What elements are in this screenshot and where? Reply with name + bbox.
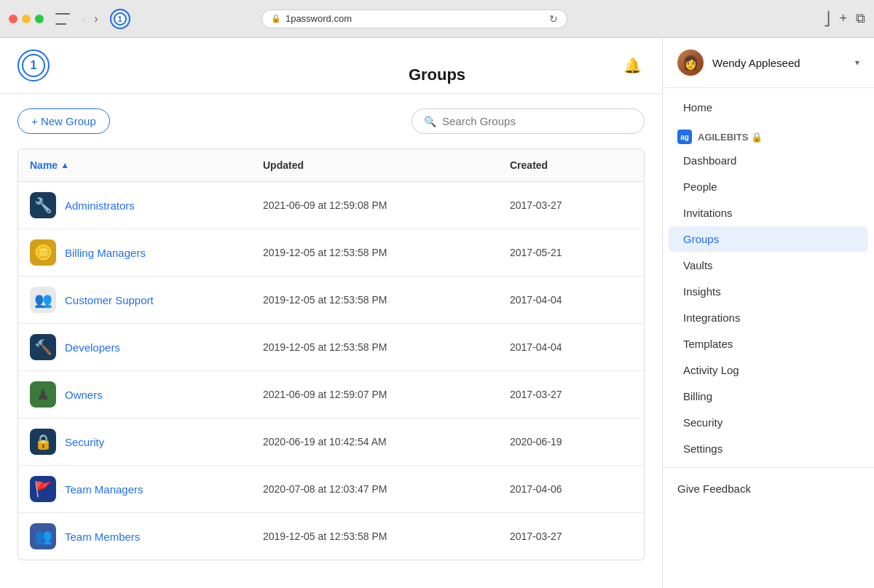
updated-cell: 2019-12-05 at 12:53:58 PM bbox=[251, 324, 498, 370]
created-cell: 2017-04-06 bbox=[498, 466, 644, 512]
forward-button[interactable]: › bbox=[91, 11, 101, 27]
group-icon: 🚩 bbox=[30, 476, 56, 502]
search-container: 🔍 bbox=[412, 108, 645, 134]
table-row[interactable]: 👥 Team Members 2019-12-05 at 12:53:58 PM… bbox=[17, 513, 645, 560]
name-cell: 🔒 Security bbox=[18, 418, 251, 465]
nav-arrows: ‹ › bbox=[79, 11, 101, 27]
updated-cell: 2019-12-05 at 12:53:58 PM bbox=[251, 513, 498, 560]
org-name: AGILEBITS 🔒 bbox=[698, 132, 763, 143]
table-row[interactable]: 🪙 Billing Managers 2019-12-05 at 12:53:5… bbox=[17, 229, 645, 277]
updated-cell: 2019-12-05 at 12:53:58 PM bbox=[251, 229, 498, 276]
sidebar-item-settings[interactable]: Settings bbox=[669, 436, 868, 461]
created-cell: 2017-04-04 bbox=[498, 324, 644, 370]
new-tab-icon[interactable]: + bbox=[839, 11, 847, 26]
content-header: 1 Groups 🔔 bbox=[0, 38, 662, 94]
new-group-button[interactable]: + New Group bbox=[17, 108, 110, 134]
group-name-link[interactable]: Administrators bbox=[65, 199, 135, 212]
maximize-button[interactable] bbox=[35, 15, 44, 23]
page-title: Groups bbox=[409, 65, 465, 84]
give-feedback-link[interactable]: Give Feedback bbox=[663, 474, 874, 504]
name-cell: 🔧 Administrators bbox=[18, 182, 251, 229]
sidebar-item-billing[interactable]: Billing bbox=[669, 384, 868, 409]
nav-items-container: HomeagAGILEBITS 🔒DashboardPeopleInvitati… bbox=[663, 95, 874, 461]
sidebar-item-people[interactable]: People bbox=[669, 174, 868, 199]
sidebar-item-invitations[interactable]: Invitations bbox=[669, 200, 868, 226]
updated-cell: 2021-06-09 at 12:59:07 PM bbox=[251, 371, 498, 418]
app-logo: 1 bbox=[17, 49, 50, 82]
back-button[interactable]: ‹ bbox=[79, 11, 88, 27]
header-right: 🔔 bbox=[621, 54, 645, 77]
group-name-link[interactable]: Owners bbox=[65, 389, 103, 401]
name-column-header: Name ▲ bbox=[18, 149, 251, 181]
group-icon: 👥 bbox=[30, 523, 56, 549]
sidebar-item-dashboard[interactable]: Dashboard bbox=[669, 148, 868, 173]
sidebar-item-home[interactable]: Home bbox=[669, 95, 868, 120]
sort-arrow[interactable]: ▲ bbox=[60, 160, 69, 170]
lock-icon: 🔒 bbox=[271, 14, 281, 23]
sidebar-item-vaults[interactable]: Vaults bbox=[669, 253, 868, 278]
group-icon: 🪙 bbox=[30, 239, 56, 266]
table-header: Name ▲ Updated Created bbox=[17, 148, 645, 182]
close-button[interactable] bbox=[9, 15, 17, 23]
group-icon: 🔒 bbox=[30, 429, 56, 455]
user-menu[interactable]: 👩 Wendy Appleseed ▾ bbox=[663, 38, 874, 88]
name-cell: 👥 Team Members bbox=[18, 513, 251, 560]
favicon-logo: 1 bbox=[114, 12, 127, 25]
group-icon: ♟ bbox=[30, 381, 56, 408]
browser-actions: ⎦ + ⧉ bbox=[824, 11, 865, 27]
table-row[interactable]: 🔒 Security 2020-06-19 at 10:42:54 AM 202… bbox=[17, 418, 645, 466]
sidebar-item-activity-log[interactable]: Activity Log bbox=[669, 357, 868, 383]
updated-cell: 2019-12-05 at 12:53:58 PM bbox=[251, 277, 498, 323]
favicon-button[interactable]: 1 bbox=[110, 9, 130, 29]
group-name-link[interactable]: Security bbox=[65, 436, 104, 448]
app-container: 1 Groups 🔔 + New Group 🔍 Name ▲ bbox=[0, 38, 874, 588]
updated-cell: 2020-07-08 at 12:03:47 PM bbox=[251, 466, 498, 512]
updated-cell: 2020-06-19 at 10:42:54 AM bbox=[251, 418, 498, 465]
name-cell: ♟ Owners bbox=[18, 371, 251, 418]
table-row[interactable]: 🔨 Developers 2019-12-05 at 12:53:58 PM 2… bbox=[17, 324, 645, 371]
chevron-down-icon: ▾ bbox=[855, 57, 859, 68]
sidebar-toggle-button[interactable] bbox=[55, 13, 70, 25]
group-name-link[interactable]: Team Managers bbox=[65, 483, 143, 496]
group-icon: 🔨 bbox=[30, 334, 56, 360]
avatar: 👩 bbox=[677, 49, 704, 76]
table-row[interactable]: 👥 Customer Support 2019-12-05 at 12:53:5… bbox=[17, 277, 645, 324]
agilebits-icon: ag bbox=[677, 130, 692, 144]
created-cell: 2017-04-04 bbox=[498, 277, 644, 323]
sidebar-item-groups[interactable]: Groups bbox=[669, 226, 868, 252]
sidebar: 👩 Wendy Appleseed ▾ HomeagAGILEBITS 🔒Das… bbox=[663, 38, 874, 588]
table-row[interactable]: 🔧 Administrators 2021-06-09 at 12:59:08 … bbox=[17, 182, 645, 229]
sidebar-item-templates[interactable]: Templates bbox=[669, 331, 868, 357]
sidebar-nav: HomeagAGILEBITS 🔒DashboardPeopleInvitati… bbox=[663, 88, 874, 509]
group-name-link[interactable]: Developers bbox=[65, 341, 120, 354]
notifications-button[interactable]: 🔔 bbox=[621, 54, 645, 77]
name-cell: 👥 Customer Support bbox=[18, 277, 251, 323]
name-cell: 🚩 Team Managers bbox=[18, 466, 251, 512]
sidebar-item-security[interactable]: Security bbox=[669, 410, 868, 435]
group-name-link[interactable]: Team Members bbox=[65, 531, 140, 543]
share-icon[interactable]: ⎦ bbox=[824, 11, 830, 27]
created-cell: 2020-06-19 bbox=[498, 418, 644, 465]
tabs-icon[interactable]: ⧉ bbox=[856, 11, 865, 26]
groups-table: Name ▲ Updated Created 🔧 Administrators … bbox=[0, 148, 662, 588]
name-cell: 🪙 Billing Managers bbox=[18, 229, 251, 276]
org-header: agAGILEBITS 🔒 bbox=[663, 121, 874, 147]
updated-cell: 2021-06-09 at 12:59:08 PM bbox=[251, 182, 498, 229]
group-name-link[interactable]: Customer Support bbox=[65, 294, 154, 306]
table-row[interactable]: ♟ Owners 2021-06-09 at 12:59:07 PM 2017-… bbox=[17, 371, 645, 418]
search-icon: 🔍 bbox=[424, 116, 436, 127]
table-body: 🔧 Administrators 2021-06-09 at 12:59:08 … bbox=[17, 182, 645, 560]
content-area: 1 Groups 🔔 + New Group 🔍 Name ▲ bbox=[0, 38, 663, 588]
sidebar-item-integrations[interactable]: Integrations bbox=[669, 305, 868, 330]
reload-button[interactable]: ↻ bbox=[549, 13, 558, 25]
table-row[interactable]: 🚩 Team Managers 2020-07-08 at 12:03:47 P… bbox=[17, 466, 645, 513]
group-name-link[interactable]: Billing Managers bbox=[65, 247, 146, 259]
minimize-button[interactable] bbox=[22, 15, 31, 23]
search-input[interactable] bbox=[442, 115, 632, 127]
updated-column-header: Updated bbox=[251, 149, 498, 181]
address-bar[interactable]: 🔒 1password.com ↻ bbox=[261, 9, 567, 28]
group-icon: 👥 bbox=[30, 287, 56, 313]
group-icon: 🔧 bbox=[30, 192, 56, 218]
created-cell: 2017-03-27 bbox=[498, 182, 644, 229]
sidebar-item-insights[interactable]: Insights bbox=[669, 279, 868, 304]
